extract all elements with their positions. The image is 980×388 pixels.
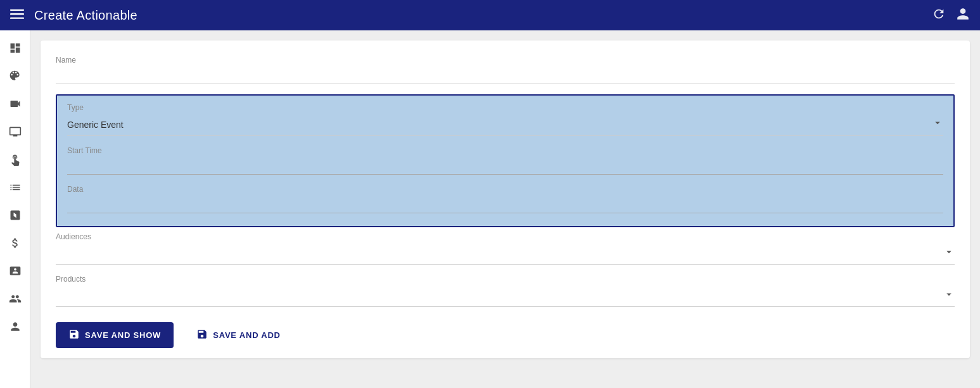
type-field: Type Generic Event	[67, 103, 943, 136]
main-layout: Name Type Generic Event Sta	[0, 30, 980, 388]
svg-rect-2	[10, 17, 24, 18]
sidebar-item-person[interactable]	[3, 314, 28, 339]
products-select[interactable]	[56, 286, 955, 307]
account-icon[interactable]	[956, 7, 970, 24]
main-content: Name Type Generic Event Sta	[30, 30, 980, 388]
sidebar-item-list[interactable]	[3, 175, 28, 200]
type-value: Generic Event	[67, 120, 124, 130]
sidebar-item-touch[interactable]	[3, 147, 28, 172]
products-label: Products	[56, 275, 955, 284]
start-time-label: Start Time	[67, 146, 943, 155]
sidebar-item-play[interactable]	[3, 203, 28, 228]
audiences-field: Audiences	[56, 232, 955, 265]
header-actions	[932, 7, 970, 24]
sidebar	[0, 30, 30, 388]
sidebar-item-badge[interactable]	[3, 258, 28, 284]
sidebar-item-analytics[interactable]	[3, 63, 28, 89]
audiences-label: Audiences	[56, 232, 955, 241]
sidebar-item-dashboard[interactable]	[3, 35, 28, 61]
products-chevron-icon	[943, 289, 955, 303]
page-title: Create Actionable	[34, 8, 137, 23]
sidebar-item-camera[interactable]	[3, 91, 28, 116]
blue-section: Type Generic Event Start Time Data	[56, 94, 955, 227]
name-label: Name	[56, 56, 955, 65]
name-input[interactable]	[56, 67, 955, 84]
sidebar-item-users[interactable]	[3, 286, 28, 311]
sidebar-item-tv[interactable]	[3, 119, 28, 144]
products-field: Products	[56, 275, 955, 307]
start-time-input[interactable]	[67, 158, 943, 175]
save-add-icon	[196, 329, 208, 342]
type-label: Type	[67, 103, 943, 112]
save-and-show-button[interactable]: SAVE AND SHOW	[56, 322, 174, 348]
data-label: Data	[67, 185, 943, 194]
name-field: Name	[56, 56, 955, 84]
type-chevron-icon	[932, 117, 943, 132]
sidebar-item-dollar[interactable]	[3, 230, 28, 256]
app-header: Create Actionable	[0, 0, 980, 30]
type-select[interactable]: Generic Event	[67, 115, 943, 136]
save-and-show-label: SAVE AND SHOW	[85, 330, 161, 340]
audiences-chevron-icon	[943, 246, 955, 260]
refresh-icon[interactable]	[932, 7, 946, 24]
save-and-add-label: SAVE AND ADD	[213, 330, 281, 340]
save-and-add-button[interactable]: SAVE AND ADD	[184, 322, 293, 348]
svg-rect-1	[10, 13, 24, 15]
svg-rect-0	[10, 9, 24, 10]
data-field: Data	[67, 185, 943, 213]
menu-icon[interactable]	[10, 7, 24, 24]
form-buttons: SAVE AND SHOW SAVE AND ADD	[56, 322, 955, 348]
data-input[interactable]	[67, 196, 943, 213]
save-show-icon	[68, 329, 80, 342]
form-card: Name Type Generic Event Sta	[41, 41, 970, 358]
audiences-select[interactable]	[56, 244, 955, 265]
start-time-field: Start Time	[67, 146, 943, 175]
